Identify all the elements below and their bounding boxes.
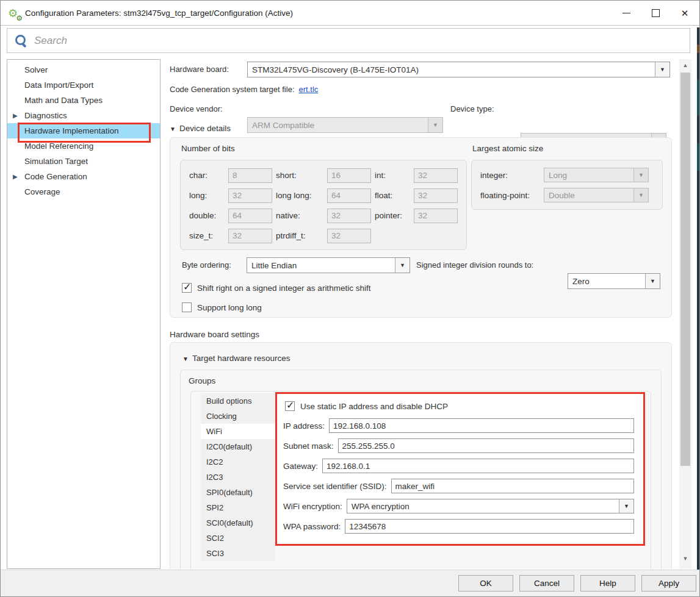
device-details-header[interactable]: ▼Device details [170, 124, 231, 133]
sidebar-item[interactable]: ▶ Math and Data Types [7, 93, 160, 108]
wpa-password-input[interactable] [345, 519, 634, 534]
sidebar-item[interactable]: ▶ Data Import/Export [7, 77, 160, 93]
target-hardware-resources-header[interactable]: ▼Target hardware resources [182, 354, 290, 363]
group-item-label: WiFi [206, 427, 222, 436]
support-long-long-row: Support long long [182, 302, 262, 312]
device-details-label: Device details [179, 124, 231, 133]
footer-button[interactable]: OK [458, 575, 513, 592]
group-item-label: SPI2 [206, 503, 223, 512]
group-list-item[interactable]: SCI3 [201, 546, 275, 561]
group-item-label: I2C2 [206, 457, 223, 467]
simulink-settings-icon: ⚙⚙ [8, 7, 21, 20]
hardware-board-select[interactable]: STM32L475VG-Discovery (B-L475E-IOT01A) ▼ [247, 62, 670, 77]
chevron-down-icon[interactable]: ▼ [645, 274, 660, 288]
search-bar [7, 28, 690, 53]
shift-right-checkbox[interactable] [182, 283, 192, 293]
window-controls: ✕ [612, 1, 699, 26]
footer-button[interactable]: Help [580, 575, 635, 592]
wifi-settings-panel: Use static IP address and disable DHCP I… [275, 392, 645, 546]
bit-value-field: 32 [414, 188, 458, 203]
ert-tlc-link[interactable]: ert.tlc [299, 84, 319, 96]
ip-address-row: IP address: [283, 418, 634, 433]
group-list-item[interactable]: SPI2 [201, 500, 275, 515]
group-list-item[interactable]: WiFi [201, 424, 275, 439]
bit-label: pointer: [375, 209, 410, 223]
bit-value-field: 16 [327, 168, 371, 183]
groups-list: Build options Clocking WiFi I2C0(default… [201, 393, 275, 561]
atomic-size-value: Long [544, 171, 633, 180]
gateway-input[interactable] [322, 459, 634, 473]
sidebar-item[interactable]: ▶ Coverage [7, 184, 160, 199]
chevron-down-icon[interactable]: ▼ [395, 258, 410, 273]
support-long-long-checkbox[interactable] [182, 302, 192, 312]
expand-arrow-icon[interactable]: ▶ [13, 108, 21, 123]
close-button[interactable]: ✕ [670, 1, 699, 26]
bit-value-field: 64 [327, 188, 371, 203]
bit-label: native: [276, 209, 323, 223]
atomic-size-label: integer: [480, 171, 544, 180]
ssid-row: Service set identifier (SSID): [283, 479, 634, 493]
scroll-down-icon[interactable]: ▼ [679, 552, 691, 565]
collapse-triangle-icon[interactable]: ▼ [170, 126, 176, 132]
search-icon [15, 34, 28, 48]
search-input[interactable] [28, 34, 690, 48]
sidebar-item[interactable]: ▶ Hardware Implementation [7, 123, 160, 138]
group-item-label: SCI3 [206, 549, 224, 558]
footer-button-label: OK [480, 579, 492, 588]
wpa-password-row: WPA password: [283, 519, 634, 534]
use-static-ip-checkbox[interactable] [285, 401, 295, 411]
subnet-mask-input[interactable] [338, 438, 634, 453]
atomic-size-label: floating-point: [480, 191, 544, 200]
group-list-item[interactable]: Build options [201, 393, 275, 409]
group-list-item[interactable]: I2C3 [201, 470, 275, 485]
bit-label: int: [375, 168, 410, 183]
group-list-item[interactable]: I2C0(default) [201, 439, 275, 454]
device-vendor-label: Device vendor: [170, 101, 223, 117]
footer-button[interactable]: Apply [641, 575, 696, 592]
sidebar-item-label: Math and Data Types [24, 96, 103, 105]
ssid-input[interactable] [391, 479, 634, 493]
scrollbar-thumb[interactable] [680, 73, 690, 466]
chevron-down-icon: ▼ [633, 168, 648, 182]
category-sidebar: ▶ Solver ▶ Data Import/Export ▶ Math and… [7, 59, 161, 569]
byte-ordering-select[interactable]: Little Endian ▼ [247, 257, 410, 273]
scroll-up-icon[interactable]: ▲ [679, 59, 691, 71]
groups-label: Groups [189, 376, 215, 385]
sidebar-item[interactable]: ▶ Solver [7, 62, 160, 77]
maximize-button[interactable] [641, 1, 670, 26]
expand-arrow-icon[interactable]: ▶ [13, 169, 21, 184]
group-item-label: Build options [206, 396, 251, 406]
clipped-caption-text: Settings for Static IP Address Assignmen… [184, 595, 525, 597]
sidebar-item-label: Coverage [24, 187, 60, 196]
group-item-label: SCI2 [206, 534, 224, 543]
group-list-item[interactable]: Clocking [201, 409, 275, 424]
collapse-triangle-icon[interactable]: ▼ [182, 356, 189, 362]
chevron-down-icon: ▼ [428, 118, 442, 132]
group-item-label: I2C0(default) [206, 442, 252, 451]
chevron-down-icon[interactable]: ▼ [619, 499, 633, 513]
signed-division-select[interactable]: Zero ▼ [568, 273, 660, 289]
group-item-label: SCI0(default) [206, 518, 253, 527]
footer-button[interactable]: Cancel [519, 575, 574, 592]
group-list-item[interactable]: SCI2 [201, 531, 275, 546]
group-list-item[interactable]: I2C2 [201, 454, 275, 470]
wifi-encryption-select[interactable]: WPA encryption ▼ [347, 499, 634, 513]
sidebar-item[interactable]: ▶ Code Generation [7, 169, 160, 184]
minimize-button[interactable] [612, 1, 641, 26]
group-list-item[interactable]: SCI0(default) [201, 515, 275, 531]
sidebar-item-label: Data Import/Export [24, 80, 93, 90]
sidebar-item[interactable]: ▶ Model Referencing [7, 138, 160, 154]
bit-value-field: 8 [228, 168, 272, 183]
bit-label: long: [189, 188, 225, 203]
sidebar-item[interactable]: ▶ Diagnostics [7, 108, 160, 123]
bit-value-field: 32 [327, 229, 371, 243]
background-window-edge [697, 27, 700, 571]
atomic-size-row: integer: Long ▼ [480, 168, 654, 182]
ip-address-input[interactable] [329, 418, 634, 433]
footer-button-label: Cancel [534, 579, 560, 588]
sidebar-item[interactable]: ▶ Simulation Target [7, 154, 160, 169]
wifi-encryption-value: WPA encryption [347, 502, 619, 511]
chevron-down-icon[interactable]: ▼ [655, 62, 669, 77]
group-list-item[interactable]: SPI0(default) [201, 485, 275, 500]
vertical-scrollbar[interactable]: ▲ ▼ [679, 59, 691, 569]
